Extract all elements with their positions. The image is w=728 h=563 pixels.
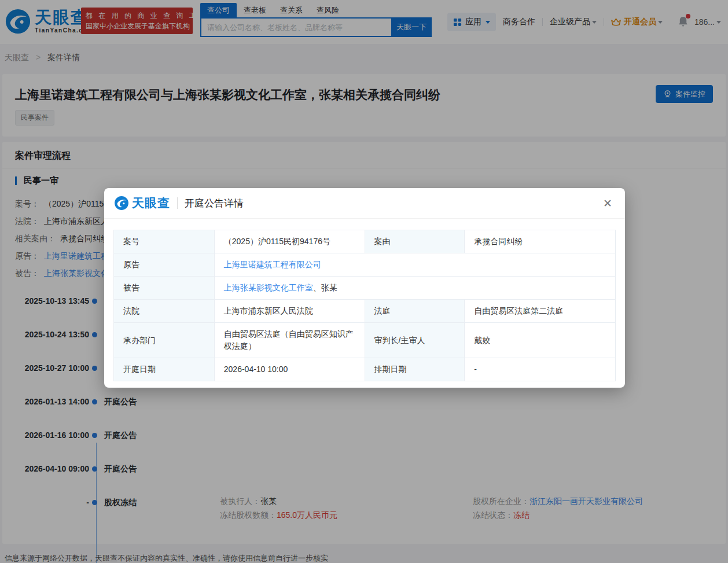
modal-header: 天眼查 开庭公告详情 ✕ (104, 188, 625, 219)
hearing-announcement-modal: 天眼查 开庭公告详情 ✕ 案号 （2025）沪0115民初94176号 案由 承… (104, 188, 625, 388)
defendant-extra: 、张某 (313, 283, 337, 292)
table-row: 承办部门 自由贸易区法庭（自由贸易区知识产权法庭） 审判长/主审人 戴姣 (114, 323, 616, 358)
cell-department-label: 承办部门 (114, 323, 215, 358)
cell-defendant-label: 被告 (114, 277, 215, 300)
table-row: 开庭日期 2026-04-10 10:00 排期日期 - (114, 358, 616, 381)
modal-title: 开庭公告详情 (185, 197, 244, 210)
cell-plaintiff-label: 原告 (114, 253, 215, 277)
close-icon[interactable]: ✕ (603, 198, 612, 209)
hearing-detail-table: 案号 （2025）沪0115民初94176号 案由 承揽合同纠纷 原告 上海里诺… (113, 230, 616, 381)
cell-judge-value: 戴姣 (465, 323, 616, 358)
cell-hearing-date-label: 开庭日期 (114, 358, 215, 381)
modal-logo-text: 天眼查 (132, 195, 170, 211)
cell-schedule-date-value: - (465, 358, 616, 381)
cell-hearing-date-value: 2026-04-10 10:00 (214, 358, 365, 381)
cell-court-label: 法院 (114, 300, 215, 323)
cell-case-no-label: 案号 (114, 230, 215, 253)
table-row: 法院 上海市浦东新区人民法院 法庭 自由贸易区法庭第二法庭 (114, 300, 616, 323)
table-row: 被告 上海张某影视文化工作室、张某 (114, 277, 616, 300)
cell-courtroom-value: 自由贸易区法庭第二法庭 (465, 300, 616, 323)
cell-department-value: 自由贸易区法庭（自由贸易区知识产权法庭） (214, 323, 365, 358)
tianyancha-logo-icon (114, 196, 129, 211)
cell-court-value: 上海市浦东新区人民法院 (214, 300, 365, 323)
cell-judge-label: 审判长/主审人 (365, 323, 465, 358)
cell-cause-label: 案由 (365, 230, 465, 253)
cell-case-no-value: （2025）沪0115民初94176号 (214, 230, 365, 253)
table-row: 案号 （2025）沪0115民初94176号 案由 承揽合同纠纷 (114, 230, 616, 253)
modal-header-divider (177, 197, 178, 209)
defendant-link[interactable]: 上海张某影视文化工作室 (224, 283, 313, 292)
cell-courtroom-label: 法庭 (365, 300, 465, 323)
plaintiff-link[interactable]: 上海里诺建筑工程有限公司 (224, 260, 321, 269)
cell-schedule-date-label: 排期日期 (365, 358, 465, 381)
table-row: 原告 上海里诺建筑工程有限公司 (114, 253, 616, 277)
cell-cause-value: 承揽合同纠纷 (465, 230, 616, 253)
